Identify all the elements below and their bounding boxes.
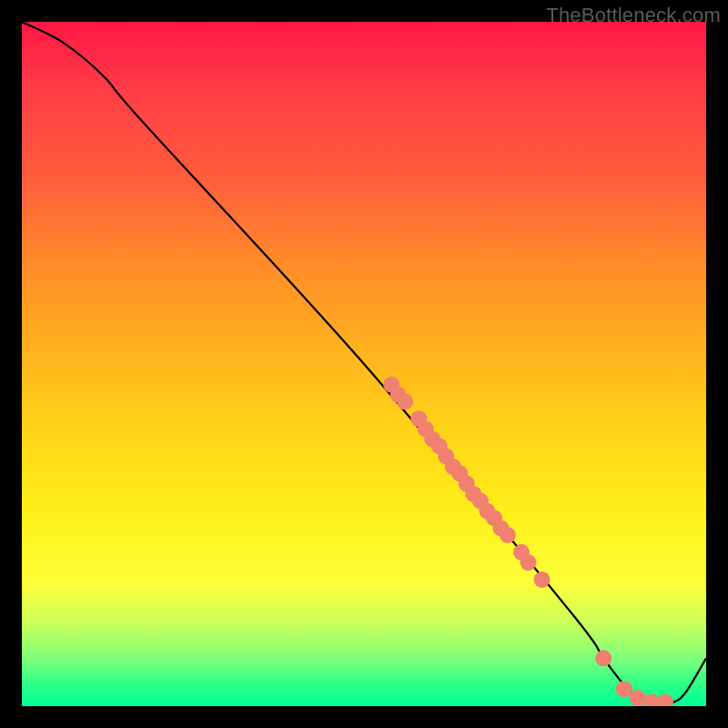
data-marker xyxy=(595,650,612,666)
data-marker xyxy=(520,554,536,571)
data-marker xyxy=(397,393,413,410)
data-marker xyxy=(643,693,660,706)
chart-area xyxy=(22,22,706,706)
chart-svg xyxy=(22,22,706,706)
data-marker xyxy=(616,681,632,697)
watermark-text: TheBottleneck.com xyxy=(546,4,721,27)
data-marker xyxy=(500,527,516,543)
data-markers xyxy=(383,377,673,706)
data-marker xyxy=(657,693,673,706)
data-marker xyxy=(534,571,551,588)
bottleneck-curve xyxy=(22,22,706,704)
